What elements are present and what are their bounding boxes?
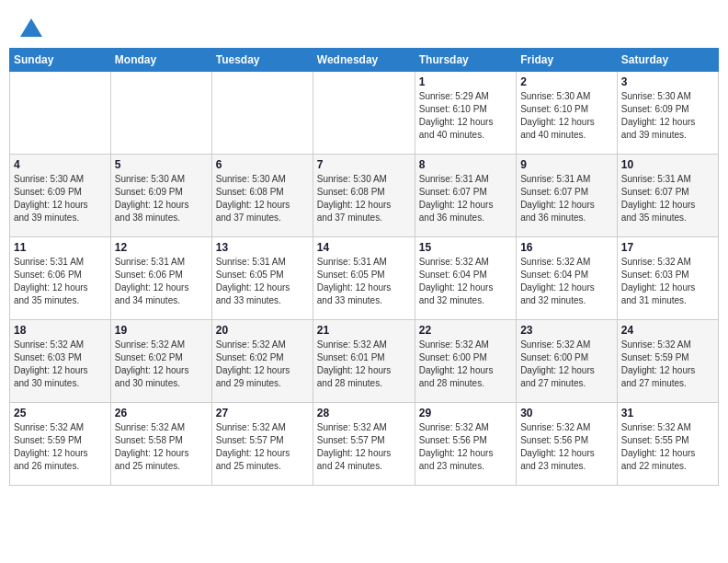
calendar-cell: 13Sunrise: 5:31 AM Sunset: 6:05 PM Dayli… (211, 237, 313, 320)
calendar-cell: 29Sunrise: 5:32 AM Sunset: 5:56 PM Dayli… (415, 403, 516, 486)
page-header (9, 9, 719, 48)
day-info: Sunrise: 5:30 AM Sunset: 6:09 PM Dayligh… (621, 90, 714, 142)
calendar-week-row: 25Sunrise: 5:32 AM Sunset: 5:59 PM Dayli… (10, 403, 719, 486)
logo (18, 17, 48, 42)
day-number: 10 (621, 158, 714, 171)
day-number: 17 (621, 241, 714, 254)
day-info: Sunrise: 5:32 AM Sunset: 6:01 PM Dayligh… (317, 339, 411, 390)
day-info: Sunrise: 5:30 AM Sunset: 6:08 PM Dayligh… (317, 173, 411, 224)
day-number: 27 (216, 407, 309, 419)
calendar-cell: 9Sunrise: 5:31 AM Sunset: 6:07 PM Daylig… (517, 155, 618, 237)
calendar-header: SundayMondayTuesdayWednesdayThursdayFrid… (10, 49, 719, 72)
calendar-cell: 7Sunrise: 5:30 AM Sunset: 6:08 PM Daylig… (313, 155, 415, 237)
calendar-cell: 31Sunrise: 5:32 AM Sunset: 5:55 PM Dayli… (617, 403, 718, 486)
weekday-header: Monday (110, 49, 211, 72)
calendar-cell: 8Sunrise: 5:31 AM Sunset: 6:07 PM Daylig… (415, 155, 516, 237)
calendar-cell: 3Sunrise: 5:30 AM Sunset: 6:09 PM Daylig… (617, 72, 718, 155)
weekday-header: Saturday (617, 49, 718, 72)
day-info: Sunrise: 5:32 AM Sunset: 5:58 PM Dayligh… (115, 421, 208, 473)
logo-icon (18, 17, 44, 42)
day-number: 19 (115, 324, 208, 337)
calendar-cell: 17Sunrise: 5:32 AM Sunset: 6:03 PM Dayli… (617, 237, 718, 320)
day-info: Sunrise: 5:32 AM Sunset: 5:56 PM Dayligh… (419, 421, 512, 473)
day-number: 23 (520, 324, 613, 337)
day-number: 18 (14, 324, 107, 337)
day-number: 3 (621, 75, 714, 88)
day-info: Sunrise: 5:32 AM Sunset: 6:04 PM Dayligh… (520, 256, 613, 307)
calendar-cell: 15Sunrise: 5:32 AM Sunset: 6:04 PM Dayli… (415, 237, 516, 320)
calendar-cell: 11Sunrise: 5:31 AM Sunset: 6:06 PM Dayli… (10, 237, 111, 320)
day-info: Sunrise: 5:32 AM Sunset: 6:03 PM Dayligh… (14, 339, 107, 390)
calendar-week-row: 18Sunrise: 5:32 AM Sunset: 6:03 PM Dayli… (10, 320, 719, 403)
calendar-table: SundayMondayTuesdayWednesdayThursdayFrid… (9, 48, 719, 486)
calendar-cell: 28Sunrise: 5:32 AM Sunset: 5:57 PM Dayli… (313, 403, 415, 486)
calendar-cell: 20Sunrise: 5:32 AM Sunset: 6:02 PM Dayli… (211, 320, 313, 403)
day-number: 30 (520, 407, 613, 419)
day-info: Sunrise: 5:31 AM Sunset: 6:06 PM Dayligh… (115, 256, 208, 307)
day-number: 20 (216, 324, 309, 337)
weekday-header: Wednesday (313, 49, 415, 72)
calendar-cell (211, 72, 313, 155)
day-info: Sunrise: 5:32 AM Sunset: 6:04 PM Dayligh… (419, 256, 512, 307)
calendar-cell: 21Sunrise: 5:32 AM Sunset: 6:01 PM Dayli… (313, 320, 415, 403)
weekday-header: Friday (517, 49, 618, 72)
day-info: Sunrise: 5:31 AM Sunset: 6:07 PM Dayligh… (419, 173, 512, 224)
day-number: 1 (419, 75, 512, 88)
day-number: 31 (621, 407, 714, 419)
calendar-cell: 10Sunrise: 5:31 AM Sunset: 6:07 PM Dayli… (617, 155, 718, 237)
header-row: SundayMondayTuesdayWednesdayThursdayFrid… (10, 49, 719, 72)
day-number: 28 (317, 407, 411, 419)
calendar-cell: 4Sunrise: 5:30 AM Sunset: 6:09 PM Daylig… (10, 155, 111, 237)
day-number: 13 (216, 241, 309, 254)
calendar-week-row: 11Sunrise: 5:31 AM Sunset: 6:06 PM Dayli… (10, 237, 719, 320)
day-info: Sunrise: 5:31 AM Sunset: 6:05 PM Dayligh… (216, 256, 309, 307)
day-number: 22 (419, 324, 512, 337)
calendar-cell: 26Sunrise: 5:32 AM Sunset: 5:58 PM Dayli… (110, 403, 211, 486)
day-info: Sunrise: 5:32 AM Sunset: 5:57 PM Dayligh… (317, 421, 411, 473)
calendar-cell: 22Sunrise: 5:32 AM Sunset: 6:00 PM Dayli… (415, 320, 516, 403)
calendar-cell: 5Sunrise: 5:30 AM Sunset: 6:09 PM Daylig… (110, 155, 211, 237)
calendar-cell: 6Sunrise: 5:30 AM Sunset: 6:08 PM Daylig… (211, 155, 313, 237)
day-info: Sunrise: 5:32 AM Sunset: 6:02 PM Dayligh… (216, 339, 309, 390)
day-number: 6 (216, 158, 309, 171)
day-number: 14 (317, 241, 411, 254)
day-number: 21 (317, 324, 411, 337)
day-number: 16 (520, 241, 613, 254)
day-info: Sunrise: 5:30 AM Sunset: 6:08 PM Dayligh… (216, 173, 309, 224)
day-info: Sunrise: 5:32 AM Sunset: 6:02 PM Dayligh… (115, 339, 208, 390)
calendar-cell: 12Sunrise: 5:31 AM Sunset: 6:06 PM Dayli… (110, 237, 211, 320)
calendar-cell: 14Sunrise: 5:31 AM Sunset: 6:05 PM Dayli… (313, 237, 415, 320)
day-info: Sunrise: 5:31 AM Sunset: 6:07 PM Dayligh… (520, 173, 613, 224)
day-info: Sunrise: 5:32 AM Sunset: 6:00 PM Dayligh… (520, 339, 613, 390)
calendar-cell: 2Sunrise: 5:30 AM Sunset: 6:10 PM Daylig… (517, 72, 618, 155)
day-number: 15 (419, 241, 512, 254)
day-info: Sunrise: 5:32 AM Sunset: 5:59 PM Dayligh… (621, 339, 714, 390)
calendar-cell: 25Sunrise: 5:32 AM Sunset: 5:59 PM Dayli… (10, 403, 111, 486)
day-info: Sunrise: 5:31 AM Sunset: 6:05 PM Dayligh… (317, 256, 411, 307)
day-number: 2 (520, 75, 613, 88)
day-number: 4 (14, 158, 107, 171)
calendar-cell: 24Sunrise: 5:32 AM Sunset: 5:59 PM Dayli… (617, 320, 718, 403)
weekday-header: Tuesday (211, 49, 313, 72)
weekday-header: Thursday (415, 49, 516, 72)
calendar-cell: 23Sunrise: 5:32 AM Sunset: 6:00 PM Dayli… (517, 320, 618, 403)
day-number: 9 (520, 158, 613, 171)
day-info: Sunrise: 5:32 AM Sunset: 6:00 PM Dayligh… (419, 339, 512, 390)
calendar-cell: 18Sunrise: 5:32 AM Sunset: 6:03 PM Dayli… (10, 320, 111, 403)
calendar-cell: 16Sunrise: 5:32 AM Sunset: 6:04 PM Dayli… (517, 237, 618, 320)
day-info: Sunrise: 5:30 AM Sunset: 6:10 PM Dayligh… (520, 90, 613, 142)
day-info: Sunrise: 5:32 AM Sunset: 6:03 PM Dayligh… (621, 256, 714, 307)
day-number: 8 (419, 158, 512, 171)
calendar-cell: 1Sunrise: 5:29 AM Sunset: 6:10 PM Daylig… (415, 72, 516, 155)
calendar-cell: 30Sunrise: 5:32 AM Sunset: 5:56 PM Dayli… (517, 403, 618, 486)
calendar-cell (110, 72, 211, 155)
calendar-cell (313, 72, 415, 155)
calendar-body: 1Sunrise: 5:29 AM Sunset: 6:10 PM Daylig… (10, 72, 719, 486)
calendar-cell (10, 72, 111, 155)
day-number: 7 (317, 158, 411, 171)
day-info: Sunrise: 5:30 AM Sunset: 6:09 PM Dayligh… (14, 173, 107, 224)
day-number: 5 (115, 158, 208, 171)
day-number: 24 (621, 324, 714, 337)
weekday-header: Sunday (10, 49, 111, 72)
calendar-cell: 19Sunrise: 5:32 AM Sunset: 6:02 PM Dayli… (110, 320, 211, 403)
